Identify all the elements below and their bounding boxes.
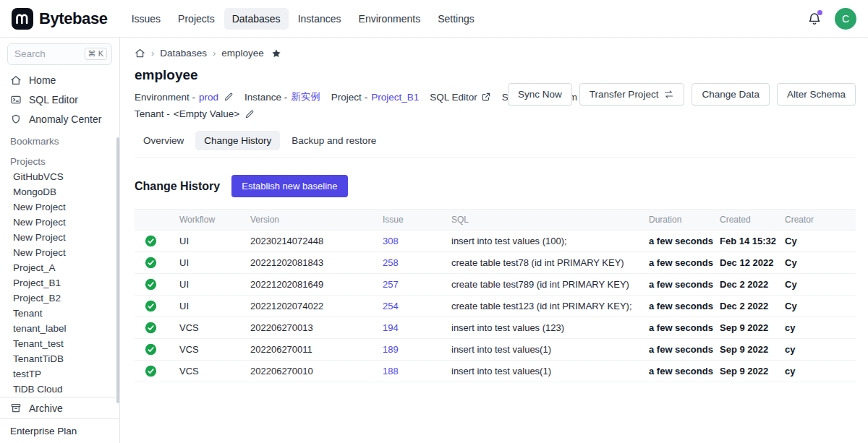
alter-schema-button[interactable]: Alter Schema	[777, 83, 856, 106]
sidebar-project-tenant-test[interactable]: Tenant_test	[0, 336, 119, 351]
topnav-item-settings[interactable]: Settings	[430, 8, 482, 30]
issue-link[interactable]: 257	[383, 279, 399, 290]
status-cell	[135, 274, 179, 296]
issue-link[interactable]: 254	[383, 301, 399, 311]
workflow-cell: VCS	[179, 317, 250, 339]
sidebar-item-home[interactable]: Home	[0, 71, 119, 90]
column-header-creator: Creator	[785, 210, 856, 231]
created-cell: Feb 14 15:32	[720, 231, 785, 252]
sidebar-project-new-project[interactable]: New Project	[0, 215, 119, 230]
created-cell: Dec 2 2022	[720, 296, 785, 317]
sidebar-project-mongodb[interactable]: MongoDB	[0, 184, 119, 199]
creator-cell: cy	[785, 317, 856, 339]
breadcrumb-databases[interactable]: Databases	[160, 48, 207, 59]
home-icon[interactable]	[135, 48, 145, 59]
sidebar-item-archive[interactable]: Archive	[0, 397, 119, 418]
sidebar-project-new-project[interactable]: New Project	[0, 230, 119, 245]
environment-link[interactable]: prod	[199, 92, 218, 103]
sql-cell: insert into test values(1)	[451, 361, 649, 382]
environment-meta: Environment - prod	[135, 92, 218, 103]
duration-cell: a few seconds	[649, 252, 720, 274]
change-history-header: Change History Establish new baseline	[135, 175, 856, 197]
created-cell: Dec 2 2022	[720, 274, 785, 296]
status-cell	[135, 231, 179, 252]
notifications-bell-icon[interactable]	[807, 12, 822, 26]
sidebar-project-tidb-cloud[interactable]: TiDB Cloud	[0, 382, 119, 397]
history-table-row[interactable]: VCS202206270011189insert into test value…	[135, 339, 856, 361]
establish-baseline-button[interactable]: Establish new baseline	[231, 175, 347, 197]
sql-cell: insert into test values (123)	[451, 317, 649, 339]
issue-link[interactable]: 308	[383, 236, 399, 246]
sidebar-project-testtp[interactable]: testTP	[0, 366, 119, 382]
sidebar-project-tenant-label[interactable]: tenant_label	[0, 321, 119, 336]
history-table-row[interactable]: UI20221202081649257create table test789 …	[135, 274, 856, 296]
transfer-project-button[interactable]: Transfer Project	[579, 83, 685, 106]
search-shortcut: ⌘ K	[85, 48, 107, 60]
sidebar-project-new-project[interactable]: New Project	[0, 199, 119, 215]
search-box[interactable]: ⌘ K	[7, 43, 112, 65]
sidebar-item-anomaly-center[interactable]: Anomaly Center	[0, 110, 119, 129]
page-title: employee	[135, 67, 856, 83]
topnav-item-issues[interactable]: Issues	[124, 8, 169, 30]
sidebar-project-tenant[interactable]: Tenant	[0, 306, 119, 321]
sql-editor-label: SQL Editor	[430, 92, 477, 103]
sidebar-nav: Home SQL Editor An	[0, 71, 119, 129]
topnav-item-databases[interactable]: Databases	[224, 8, 289, 30]
created-cell: Sep 9 2022	[720, 361, 785, 382]
status-cell	[135, 339, 179, 361]
projects-section-label: Projects	[0, 153, 119, 169]
tab-change-history[interactable]: Change History	[195, 131, 280, 150]
creator-cell: Cy	[785, 231, 856, 252]
history-table-row[interactable]: UI20221202074022254create table test123 …	[135, 296, 856, 317]
sidebar-project-githubvcs[interactable]: GitHubVCS	[0, 169, 119, 184]
edit-pencil-icon[interactable]	[224, 92, 234, 102]
history-table-row[interactable]: VCS202206270010188insert into test value…	[135, 361, 856, 382]
creator-cell: Cy	[785, 252, 856, 274]
breadcrumb-employee[interactable]: employee	[221, 48, 264, 59]
history-table-row[interactable]: UI20221202081843258create table test78 (…	[135, 252, 856, 274]
bookmark-star-icon[interactable]	[271, 48, 281, 59]
issue-link[interactable]: 188	[383, 366, 399, 377]
history-table-row[interactable]: VCS202206270013194insert into test value…	[135, 317, 856, 339]
database-actions: Sync Now Transfer Project Change Data	[508, 83, 856, 106]
sidebar-project-new-project[interactable]: New Project	[0, 245, 119, 260]
success-check-icon	[145, 322, 157, 334]
project-link[interactable]: Project_B1	[371, 92, 419, 103]
sidebar-project-project-b2[interactable]: Project_B2	[0, 291, 119, 306]
brand[interactable]: Bytebase	[12, 8, 108, 30]
version-cell: 202206270011	[250, 339, 383, 361]
edit-pencil-icon[interactable]	[244, 109, 255, 119]
history-table-row[interactable]: UI20230214072448308insert into test valu…	[135, 231, 856, 252]
environment-label: Environment -	[135, 92, 195, 103]
search-input[interactable]	[14, 48, 82, 59]
duration-cell: a few seconds	[649, 339, 720, 361]
success-check-icon	[145, 257, 157, 269]
issue-link[interactable]: 258	[383, 257, 399, 268]
sync-now-button[interactable]: Sync Now	[508, 83, 572, 106]
enterprise-plan[interactable]: Enterprise Plan	[0, 418, 119, 443]
sidebar-project-project-a[interactable]: Project_A	[0, 260, 119, 275]
column-header-status	[135, 210, 179, 231]
sql-editor-link[interactable]: SQL Editor	[430, 92, 491, 103]
instance-link[interactable]: 新实例	[291, 90, 320, 103]
avatar[interactable]: C	[835, 8, 856, 30]
issue-link[interactable]: 194	[383, 322, 399, 333]
change-data-button[interactable]: Change Data	[692, 83, 770, 106]
topnav-item-environments[interactable]: Environments	[351, 8, 429, 30]
sidebar-scrollbar[interactable]	[116, 137, 119, 403]
main-nav: IssuesProjectsDatabasesInstancesEnvironm…	[124, 8, 482, 30]
sidebar-project-tenanttidb[interactable]: TenantTiDB	[0, 351, 119, 366]
database-header: employee Environment - prod Instance - 新…	[135, 67, 856, 119]
duration-cell: a few seconds	[649, 317, 720, 339]
tab-overview[interactable]: Overview	[135, 131, 192, 150]
topnav-item-projects[interactable]: Projects	[170, 8, 223, 30]
sidebar-item-label: Anomaly Center	[29, 113, 101, 125]
chevron-right-icon: ›	[151, 48, 154, 59]
tab-backup-and-restore[interactable]: Backup and restore	[283, 131, 385, 150]
topnav-item-instances[interactable]: Instances	[290, 8, 349, 30]
success-check-icon	[145, 300, 157, 312]
sidebar-project-project-b1[interactable]: Project_B1	[0, 275, 119, 291]
issue-link[interactable]: 189	[383, 344, 399, 355]
sidebar-item-sql-editor[interactable]: SQL Editor	[0, 90, 119, 110]
column-header-created: Created	[720, 210, 785, 231]
